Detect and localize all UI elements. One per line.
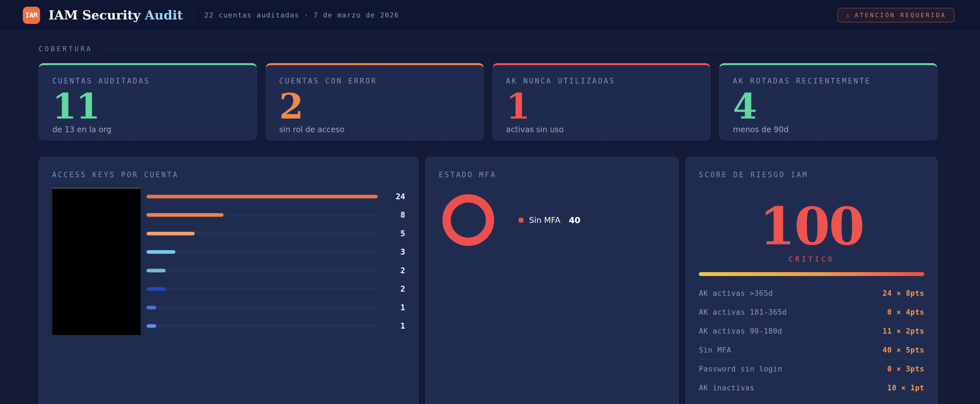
risk-row-value: 40 × 5pts — [883, 346, 924, 354]
mfa-donut-chart — [442, 194, 494, 246]
coverage-section-label: COBERTURA — [39, 45, 92, 53]
bar-fill — [146, 287, 165, 291]
stat-card-subtext: sin rol de acceso — [279, 125, 470, 134]
bar-fill — [146, 250, 175, 254]
stat-card-subtext: de 13 en la org — [52, 125, 243, 134]
bar-row: 8 — [146, 206, 405, 225]
stat-card-value: 1 — [506, 89, 697, 124]
risk-row-label: AK activas 90-180d — [699, 327, 782, 335]
access-keys-chart: 24 8 5 3 2 — [52, 187, 405, 335]
bar-track — [146, 195, 378, 198]
header: IAM IAM Security Audit 22 cuentas audita… — [0, 0, 980, 31]
risk-gradient-meter — [699, 272, 924, 276]
risk-panel-title: SCORE DE RIESGO IAM — [699, 171, 924, 179]
bar-value-label: 24 — [385, 192, 405, 201]
bar-value-label: 2 — [385, 266, 405, 275]
bar-track — [146, 287, 378, 291]
mfa-chart-row: Sin MFA 40 — [439, 194, 665, 246]
stat-card-label: CUENTAS CON ERROR — [279, 77, 470, 85]
stat-card-label: CUENTAS AUDITADAS — [52, 77, 243, 85]
access-keys-panel-title: ACCESS KEYS POR CUENTA — [52, 171, 405, 179]
attention-required-button[interactable]: ⚠ ATENCIÓN REQUERIDA — [837, 8, 955, 22]
main-content: COBERTURA CUENTAS AUDITADAS 11 de 13 en … — [0, 45, 980, 404]
stat-cards-row: CUENTAS AUDITADAS 11 de 13 en la org CUE… — [39, 63, 937, 140]
stat-card-subtext: activas sin uso — [506, 125, 697, 134]
stat-card-subtext: menos de 90d — [733, 125, 924, 134]
bar-fill — [146, 324, 156, 328]
bar-fill — [146, 213, 224, 217]
bar-row: 2 — [146, 280, 405, 299]
bar-value-label: 5 — [385, 229, 405, 238]
redacted-account-labels — [52, 187, 141, 335]
stat-card-cuentas-auditadas: CUENTAS AUDITADAS 11 de 13 en la org — [39, 63, 257, 140]
bar-track — [146, 269, 378, 273]
mfa-status-panel: ESTADO MFA Sin MFA 40 — [425, 157, 678, 404]
bar-row: 5 — [146, 224, 405, 243]
bar-row: 1 — [146, 298, 405, 317]
risk-breakdown-row: AK inactivas 10 × 1pt — [699, 379, 924, 397]
stat-card-label: AK ROTADAS RECIENTEMENTE — [733, 77, 924, 85]
warning-triangle-icon: ⚠ — [846, 12, 850, 19]
legend-swatch — [519, 218, 523, 223]
bar-fill — [146, 232, 195, 235]
bar-row: 3 — [146, 243, 405, 261]
risk-breakdown-row: AK activas 181-365d 0 × 4pts — [699, 303, 924, 322]
stat-card-ak-nunca-utilizadas: AK NUNCA UTILIZADAS 1 activas sin uso — [493, 63, 711, 140]
risk-row-label: AK activas >365d — [699, 289, 773, 298]
bar-track — [146, 232, 378, 235]
attention-required-label: ATENCIÓN REQUERIDA — [855, 12, 946, 19]
risk-breakdown-row: AK activas >365d 24 × 8pts — [699, 284, 924, 303]
stat-card-value: 4 — [733, 89, 924, 124]
risk-row-label: Password sin login — [699, 365, 782, 373]
stat-card-value: 2 — [279, 89, 470, 124]
bar-fill — [146, 306, 156, 309]
stat-card-value: 11 — [52, 89, 243, 124]
audit-summary-text: 22 cuentas auditadas · 7 de marzo de 202… — [204, 11, 399, 19]
risk-breakdown-row: Sin MFA 40 × 5pts — [699, 341, 924, 360]
bar-chart: 24 8 5 3 2 — [146, 187, 405, 335]
risk-row-value: 11 × 2pts — [883, 327, 924, 335]
risk-row-label: Sin MFA — [699, 346, 731, 354]
stat-card-ak-rotadas: AK ROTADAS RECIENTEMENTE 4 menos de 90d — [719, 63, 937, 140]
risk-row-value: 24 × 8pts — [883, 289, 924, 298]
mfa-legend: Sin MFA 40 — [519, 215, 581, 225]
bar-value-label: 1 — [385, 303, 405, 312]
risk-breakdown-list: AK activas >365d 24 × 8pts AK activas 18… — [699, 284, 924, 397]
risk-breakdown-row: Password sin login 0 × 3pts — [699, 360, 924, 379]
risk-breakdown-row: AK activas 90-180d 11 × 2pts — [699, 322, 924, 341]
access-keys-panel: ACCESS KEYS POR CUENTA 24 8 5 — [39, 157, 418, 404]
bar-track — [146, 250, 378, 254]
bar-value-label: 1 — [385, 322, 405, 331]
bar-fill — [146, 195, 378, 198]
app-logo-text: IAM — [25, 11, 37, 19]
page-title-accent: Audit — [145, 8, 183, 22]
bar-row: 1 — [146, 317, 405, 336]
section-rule — [102, 49, 937, 49]
risk-row-label: AK inactivas — [699, 384, 754, 392]
coverage-section-header: COBERTURA — [39, 45, 937, 53]
risk-row-value: 0 × 3pts — [887, 365, 924, 373]
risk-row-value: 0 × 4pts — [887, 308, 924, 316]
panels-row: ACCESS KEYS POR CUENTA 24 8 5 — [39, 157, 937, 404]
bar-value-label: 2 — [385, 284, 405, 293]
risk-score-panel: SCORE DE RIESGO IAM 100 CRITICO AK activ… — [686, 157, 938, 404]
bar-row: 24 — [146, 187, 405, 206]
bar-fill — [146, 269, 165, 273]
bar-value-label: 3 — [385, 247, 405, 257]
app-logo: IAM — [23, 7, 40, 24]
risk-score-value: 100 — [699, 201, 924, 252]
legend-label: Sin MFA — [529, 215, 560, 225]
bar-track — [146, 324, 378, 328]
risk-row-value: 10 × 1pt — [887, 384, 924, 392]
risk-level-label: CRITICO — [699, 255, 924, 263]
legend-value: 40 — [569, 215, 581, 225]
stat-card-cuentas-con-error: CUENTAS CON ERROR 2 sin rol de acceso — [266, 63, 484, 140]
bar-track — [146, 213, 378, 217]
page-title: IAM Security Audit — [48, 8, 183, 22]
bar-row: 2 — [146, 261, 405, 280]
stat-card-label: AK NUNCA UTILIZADAS — [506, 77, 697, 85]
risk-row-label: AK activas 181-365d — [699, 308, 787, 316]
bar-track — [146, 306, 378, 309]
bar-value-label: 8 — [385, 210, 405, 220]
mfa-panel-title: ESTADO MFA — [439, 171, 665, 179]
